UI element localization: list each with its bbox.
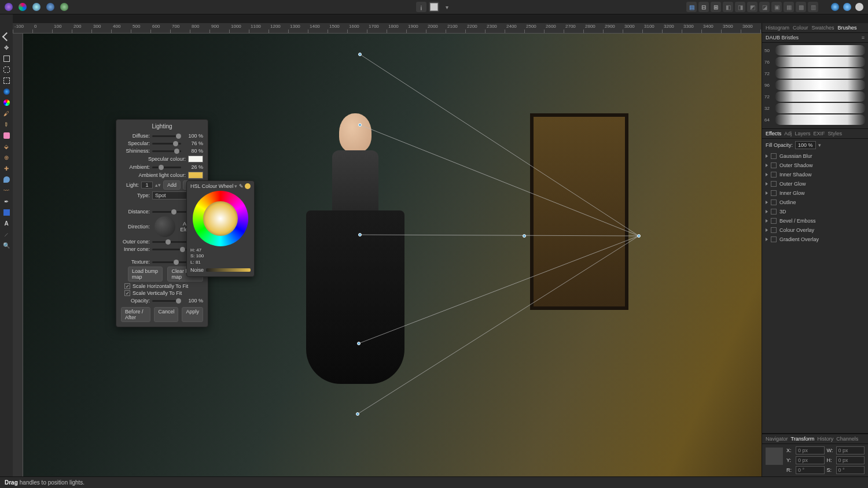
- fx-checkbox[interactable]: [771, 227, 777, 233]
- fx-item[interactable]: Colour Overlay: [766, 225, 865, 235]
- fx-tab[interactable]: Effects: [766, 131, 781, 136]
- fill-opacity-value[interactable]: 100 %: [795, 141, 816, 149]
- crop-tool[interactable]: [2, 54, 11, 63]
- fx-checkbox[interactable]: [771, 181, 777, 187]
- zoom-tool[interactable]: 🔍: [2, 241, 11, 250]
- transform-tab[interactable]: Channels: [836, 436, 858, 442]
- arrange8-icon[interactable]: ▥: [808, 2, 818, 12]
- smudge-tool[interactable]: 〰: [2, 186, 11, 195]
- fx-item[interactable]: Inner Glow: [766, 188, 865, 198]
- toggle-a-icon[interactable]: ¡: [416, 2, 426, 12]
- diffuse-slider[interactable]: [152, 135, 181, 137]
- fx-item[interactable]: Gaussian Blur: [766, 151, 865, 161]
- noise-slider[interactable]: [206, 268, 251, 272]
- arrange4-icon[interactable]: ◪: [759, 2, 770, 12]
- align-icon[interactable]: ⊟: [698, 2, 709, 12]
- dodge-tool[interactable]: [2, 175, 11, 184]
- fx-tab[interactable]: EXIF: [813, 131, 825, 136]
- fx-tab[interactable]: Adj: [784, 131, 792, 136]
- brush-item[interactable]: 72: [764, 68, 866, 79]
- fx-item[interactable]: Outer Glow: [766, 179, 865, 188]
- color-picker-tool[interactable]: [2, 98, 11, 107]
- fx-item[interactable]: Inner Shadow: [766, 170, 865, 179]
- x-field[interactable]: 0 px: [796, 446, 825, 454]
- current-colour-swatch[interactable]: [245, 183, 251, 189]
- view-tool[interactable]: ✥: [2, 43, 11, 52]
- y-field[interactable]: 0 px: [796, 456, 825, 464]
- transform-tab[interactable]: History: [817, 436, 833, 442]
- apply-button[interactable]: Apply: [182, 307, 203, 322]
- help-icon[interactable]: [842, 2, 852, 12]
- s-field[interactable]: 0 °: [836, 466, 865, 474]
- scale-h-checkbox[interactable]: ✓: [124, 283, 130, 289]
- ambient-colour-swatch[interactable]: [188, 172, 203, 179]
- pencil-tool[interactable]: ✎: [0, 118, 13, 131]
- fx-item[interactable]: Outline: [766, 198, 865, 207]
- h-field[interactable]: 0 px: [836, 456, 865, 464]
- light-cone-handle-4[interactable]: [356, 412, 359, 416]
- snap-icon[interactable]: ▤: [686, 2, 697, 12]
- document-icon[interactable]: [429, 2, 439, 12]
- specular-colour-swatch[interactable]: [188, 156, 203, 162]
- direction-pad[interactable]: [155, 216, 175, 237]
- persona-liquify-icon[interactable]: [31, 2, 42, 12]
- persona-photo-icon[interactable]: [17, 2, 28, 12]
- assistant-icon[interactable]: [830, 2, 840, 12]
- fx-checkbox[interactable]: [771, 199, 777, 205]
- brush-item[interactable]: 76: [764, 57, 866, 67]
- paint-brush-tool[interactable]: 🖌: [2, 109, 11, 118]
- light-origin-handle[interactable]: [637, 234, 641, 238]
- fill-tool[interactable]: ⬙: [2, 142, 11, 151]
- w-field[interactable]: 0 px: [836, 446, 865, 454]
- fill-opacity-dropdown-icon[interactable]: ▾: [818, 142, 821, 148]
- eyedropper-icon[interactable]: ✎: [239, 183, 244, 189]
- brush-item[interactable]: 96: [764, 80, 866, 90]
- arrange5-icon[interactable]: ▣: [771, 2, 782, 12]
- move-tool[interactable]: [2, 32, 11, 41]
- transform-tab[interactable]: Transform: [791, 436, 815, 442]
- fx-checkbox[interactable]: [771, 218, 777, 224]
- pen-tool[interactable]: ✒: [2, 197, 11, 206]
- brush-list[interactable]: 50767296723264: [762, 43, 868, 128]
- brush-menu-icon[interactable]: ≡: [862, 35, 865, 40]
- load-bump-button[interactable]: Load bump map: [128, 267, 163, 282]
- fx-checkbox[interactable]: [771, 209, 777, 215]
- light-center-handle[interactable]: [358, 233, 362, 236]
- light-stepper-icon[interactable]: ▴▾: [155, 182, 161, 188]
- light-inner-handle[interactable]: [523, 234, 526, 238]
- scale-v-checkbox[interactable]: ✓: [124, 290, 130, 296]
- panel-tab[interactable]: Histogram: [766, 25, 789, 31]
- arrange7-icon[interactable]: ▩: [796, 2, 806, 12]
- arrange1-icon[interactable]: ◧: [723, 2, 733, 12]
- light-cone-handle-3[interactable]: [357, 342, 361, 345]
- light-cone-handle-1[interactable]: [358, 53, 362, 56]
- marquee-tool[interactable]: [2, 76, 11, 85]
- account-icon[interactable]: [854, 2, 865, 12]
- light-number-input[interactable]: [141, 182, 153, 188]
- light-cone-handle-2[interactable]: [358, 123, 362, 127]
- brush-item[interactable]: 50: [764, 45, 866, 56]
- brush-set-name[interactable]: DAUB Bristles: [766, 35, 799, 40]
- colour-mode-dropdown-icon[interactable]: ▾: [234, 183, 237, 189]
- fx-item[interactable]: Gradient Overlay: [766, 235, 865, 244]
- ambient-slider[interactable]: [152, 167, 181, 168]
- arrange2-icon[interactable]: ◨: [735, 2, 745, 12]
- fx-item[interactable]: Bevel / Emboss: [766, 216, 865, 225]
- panel-tab[interactable]: Swatches: [812, 25, 834, 31]
- shape-tool[interactable]: [2, 208, 11, 217]
- fx-checkbox[interactable]: [771, 153, 777, 159]
- shininess-slider[interactable]: [152, 150, 181, 152]
- before-after-button[interactable]: Before / After: [121, 307, 150, 322]
- anchor-widget[interactable]: [766, 448, 783, 465]
- distribute-icon[interactable]: ⊞: [711, 2, 721, 12]
- opacity-slider[interactable]: [152, 300, 181, 302]
- fx-checkbox[interactable]: [771, 236, 777, 242]
- heal-tool[interactable]: ✚: [2, 164, 11, 173]
- r-field[interactable]: 0 °: [796, 466, 825, 474]
- brush-item[interactable]: 72: [764, 91, 866, 102]
- brush-item[interactable]: 64: [764, 114, 866, 125]
- hsl-colour-wheel[interactable]: [193, 191, 248, 246]
- panel-tab[interactable]: Colour: [793, 25, 808, 31]
- app-icon[interactable]: [3, 2, 14, 12]
- transform-tab[interactable]: Navigator: [766, 436, 788, 442]
